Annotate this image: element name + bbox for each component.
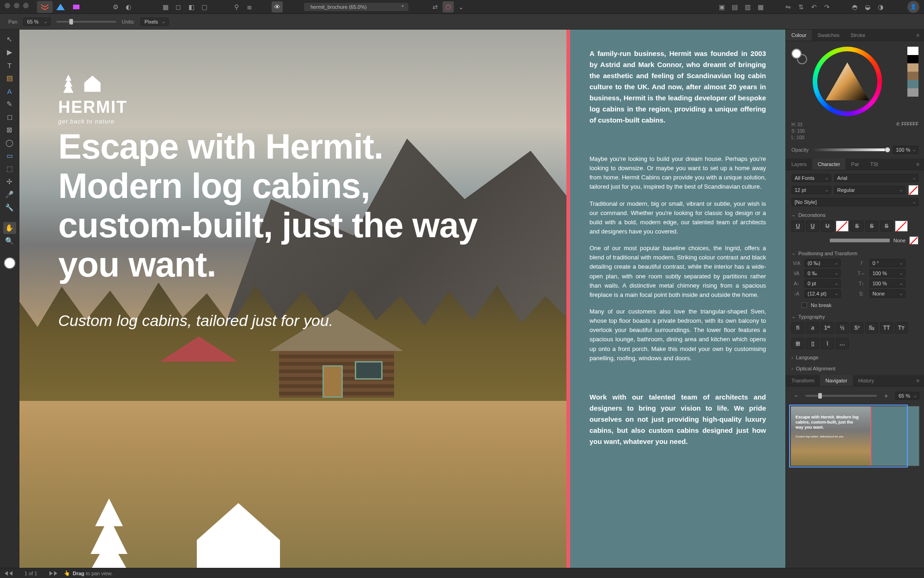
snapping-icon[interactable]: ⬡ [443, 1, 454, 12]
picture-frame-tool-icon[interactable]: ⊠ [3, 124, 16, 136]
app-tab-photo[interactable] [68, 1, 84, 13]
shear-field[interactable]: 0 ° [869, 259, 906, 267]
nav-zoom-out-icon[interactable]: − [790, 390, 802, 401]
smallcaps-btn[interactable]: Tᴛ [895, 322, 908, 333]
first-page-icon[interactable] [5, 571, 8, 576]
font-style-select[interactable]: Regular [834, 186, 906, 194]
navigator-viewport[interactable] [789, 405, 908, 467]
flip-v-icon[interactable]: ⇅ [796, 1, 807, 12]
window-controls[interactable] [5, 3, 29, 8]
place-image-tool-icon[interactable]: ▭ [3, 150, 16, 162]
pen-tool-icon[interactable]: 🔧 [3, 202, 16, 214]
move-forward-icon[interactable]: ▥ [742, 1, 753, 12]
eyedropper-tool-icon[interactable]: ✎ [3, 98, 16, 110]
strike4-btn[interactable]: S [880, 221, 893, 232]
opacity-field[interactable]: 100 % [893, 146, 918, 154]
ordinal-btn[interactable]: 1ˢᵗ [821, 322, 834, 333]
tab-navigator[interactable]: Navigator [820, 375, 853, 386]
panel-menu-icon[interactable]: ≡ [912, 31, 924, 40]
font-colour-none-icon[interactable] [908, 185, 918, 195]
tab-transform[interactable]: Transform [786, 375, 820, 386]
view-mode-outline-icon[interactable]: ◻ [173, 1, 184, 12]
section-typography[interactable]: Typography [791, 314, 918, 320]
font-family-select[interactable]: Arial [834, 174, 918, 182]
preflight-icon[interactable]: ⇄ [430, 1, 441, 12]
strike3-btn[interactable]: S [865, 221, 878, 232]
deco-colour-none2[interactable] [895, 221, 908, 232]
nav-zoom-field[interactable]: 65 % [895, 392, 919, 400]
dbl-underline-btn[interactable]: U [806, 221, 819, 232]
vscale-field[interactable]: 100 % [869, 279, 906, 288]
boolean-int-icon[interactable]: ◑ [875, 1, 886, 12]
preferences-icon[interactable]: ⚙ [110, 1, 121, 12]
sub-btn[interactable]: S₂ [865, 322, 878, 333]
canvas[interactable]: HERMIT get back to nature Escape with He… [19, 30, 785, 568]
kerning-field[interactable]: (0 ‰) [804, 259, 841, 267]
nav-zoom-in-icon[interactable]: + [881, 390, 892, 401]
pan-tool-icon[interactable]: ✋ [3, 222, 16, 234]
nav-zoom-slider[interactable] [805, 395, 877, 397]
ligatures-btn[interactable]: fi [791, 322, 804, 333]
section-positioning[interactable]: Positioning and Transform [791, 250, 918, 256]
tab-history[interactable]: History [853, 375, 880, 386]
rotate-cw-icon[interactable]: ↷ [821, 1, 833, 12]
fill-tool-icon[interactable]: ✢ [3, 176, 16, 188]
preview-mode-icon[interactable]: 👁 [272, 1, 283, 12]
colour-wheel[interactable] [813, 47, 882, 116]
swatch[interactable] [907, 63, 918, 72]
swatch[interactable] [907, 47, 918, 55]
strike2-btn[interactable]: S [851, 221, 863, 232]
boolean-add-icon[interactable]: ◓ [849, 1, 860, 12]
units-select[interactable]: Pixels [140, 18, 169, 26]
tab-character[interactable]: Character [812, 159, 845, 170]
vector-crop-tool-icon[interactable]: ⬚ [3, 163, 16, 175]
tab-colour[interactable]: Colour [786, 30, 812, 41]
typo-opt3[interactable]: ⌇ [821, 338, 834, 349]
move-tool-icon[interactable]: ↖ [3, 33, 16, 45]
font-collection-select[interactable]: All Fonts [791, 174, 831, 182]
transparency-tool-icon[interactable]: 🎤 [3, 189, 16, 201]
typo-more-btn[interactable]: … [836, 338, 849, 349]
typo-opt1[interactable]: ⊞ [791, 338, 804, 349]
colour-triangle[interactable] [826, 62, 869, 100]
tab-textstyles[interactable]: TSt [864, 159, 883, 170]
swatch[interactable] [907, 80, 918, 88]
app-tab-designer[interactable] [53, 1, 68, 13]
next-page-icon[interactable] [49, 571, 53, 576]
typo-opt2[interactable]: ▯ [806, 338, 819, 349]
deco-colour-none[interactable] [836, 221, 849, 232]
panel-menu-icon[interactable]: ≡ [912, 160, 924, 169]
rotate-ccw-icon[interactable]: ↶ [808, 1, 820, 12]
fg-colour-swatch[interactable] [4, 257, 16, 269]
navigator-thumbnail[interactable]: Escape with Hermit. Modern log cabins, c… [790, 406, 919, 466]
frac-btn[interactable]: ½ [836, 322, 849, 333]
tab-paragraph[interactable]: Par [845, 159, 864, 170]
font-size-field[interactable]: 12 pt [791, 186, 831, 194]
swatch[interactable] [907, 55, 918, 63]
deco-weight-slider[interactable] [830, 239, 890, 242]
ellipse-tool-icon[interactable]: ◯ [3, 137, 16, 149]
character-style-select[interactable]: [No Style] [791, 198, 918, 206]
anchor-icon[interactable]: ⚲ [231, 1, 242, 12]
table-tool-icon[interactable]: A [3, 85, 16, 97]
tab-stroke[interactable]: Stroke [845, 30, 871, 41]
alt-btn[interactable]: a [806, 322, 819, 333]
strike-btn[interactable]: U [821, 221, 834, 232]
zoom-tool-icon[interactable]: 🔍 [3, 235, 16, 247]
section-optical[interactable]: Optical Alignment [791, 366, 918, 371]
frame-text-tool-icon[interactable]: ▤ [3, 72, 16, 84]
deco-bg-none[interactable] [909, 236, 918, 245]
opacity-slider[interactable] [812, 148, 889, 151]
fill-stroke-selector[interactable] [791, 49, 807, 64]
view-mode-retina-icon[interactable]: ▢ [199, 1, 210, 12]
scaleopt-field[interactable]: None [869, 289, 906, 298]
tab-swatches[interactable]: Swatches [812, 30, 845, 41]
nobreak-checkbox[interactable] [802, 302, 807, 308]
last-page-icon[interactable] [54, 571, 57, 576]
panel-menu-icon[interactable]: ≡ [912, 376, 924, 385]
zoom-field[interactable]: 65 % [23, 18, 51, 26]
artistic-text-tool-icon[interactable]: T [3, 59, 16, 71]
baseline-icon[interactable]: ≣ [244, 1, 255, 12]
app-tab-publisher[interactable] [37, 1, 53, 13]
hscale-field[interactable]: 100 % [869, 269, 906, 277]
